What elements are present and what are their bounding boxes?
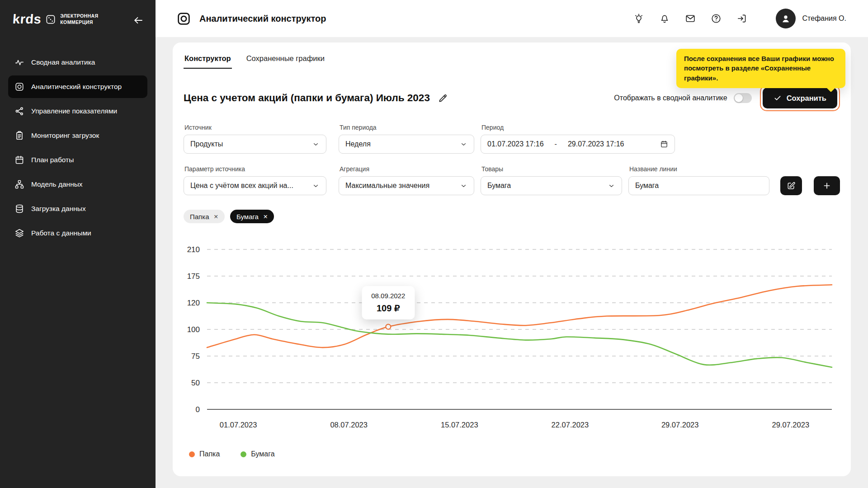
sidebar-item-label: Сводная аналитика (31, 58, 95, 66)
line-name-input[interactable] (628, 176, 769, 195)
chip-Бумага[interactable]: Бумага ✕ (230, 210, 274, 223)
period-to: 29.07.2023 17:16 (568, 140, 624, 148)
period-range-input[interactable]: 01.07.2023 17:16 - 29.07.2023 17:16 (481, 135, 675, 154)
goods-select[interactable]: Бумага (481, 176, 622, 195)
sidebar-item-share[interactable]: Управление показателями (8, 100, 147, 122)
sidebar-item-clipboard[interactable]: Мониторинг загрузок (8, 124, 147, 147)
field-line-name: Название линии (628, 165, 769, 195)
sidebar-item-calendar[interactable]: План работы (8, 149, 147, 171)
plus-icon (822, 181, 831, 190)
layers-icon (14, 228, 24, 238)
sidebar-item-model[interactable]: Модель данных (8, 173, 147, 196)
clipboard-icon (14, 131, 24, 141)
check-icon (774, 94, 782, 102)
sidebar-item-label: План работы (31, 156, 74, 164)
database-icon (14, 204, 24, 214)
dice-icon (45, 14, 56, 25)
svg-text:210: 210 (187, 245, 200, 254)
arrow-left-icon (133, 15, 145, 26)
logo-subtitle: ЭЛЕКТРОННАЯ КОММЕРЦИЯ (60, 13, 98, 25)
chip-remove-icon[interactable]: ✕ (263, 213, 268, 220)
chart-area[interactable]: 0507510012017521001.07.202308.07.202315.… (184, 236, 840, 438)
calendar-icon (660, 140, 668, 148)
add-line-button[interactable] (814, 176, 840, 195)
period-separator: - (555, 140, 557, 148)
chart-title-block: Цена с учетом акций (папки и бумага) Июл… (184, 92, 449, 104)
svg-text:175: 175 (187, 272, 200, 281)
chips: Папка ✕ Бумага ✕ (184, 210, 840, 223)
chevron-down-icon (608, 182, 615, 190)
field-label: Источник (184, 124, 326, 131)
svg-text:75: 75 (191, 352, 200, 361)
source-param-select[interactable]: Цена с учётом всех акций на... (184, 176, 326, 195)
filter-row-1: Источник Продукты Тип периода Неделя (184, 124, 840, 154)
svg-text:29.07.2023: 29.07.2023 (772, 421, 810, 429)
source-select[interactable]: Продукты (184, 135, 326, 154)
legend-item-Папка[interactable]: Папка (189, 450, 220, 458)
svg-text:15.07.2023: 15.07.2023 (441, 421, 478, 429)
tab-1[interactable]: Сохраненные графики (245, 53, 326, 69)
chart-title: Цена с учетом акций (папки и бумага) Июл… (184, 92, 430, 104)
field-period-type: Тип периода Неделя (339, 124, 474, 154)
chevron-down-icon (460, 141, 467, 148)
aggregation-select[interactable]: Максимальные значения (339, 176, 474, 195)
logo-brand: krds (12, 12, 42, 27)
legend-label: Папка (199, 450, 220, 458)
sidebar-item-label: Управление показателями (31, 107, 117, 115)
svg-text:01.07.2023: 01.07.2023 (220, 421, 257, 429)
constructor-card: После сохранения все Ваши графики можно … (173, 42, 851, 476)
chevron-down-icon (460, 182, 467, 190)
title-row: Цена с учетом акций (папки и бумага) Июл… (184, 85, 840, 111)
whats-new-button[interactable] (633, 13, 644, 24)
edit-title-button[interactable] (438, 92, 449, 104)
svg-text:0: 0 (196, 405, 200, 414)
avatar (776, 9, 796, 28)
field-label: Параметр источника (184, 165, 326, 173)
pencil-icon (438, 93, 449, 103)
field-goods: Товары Бумага (481, 165, 622, 195)
notifications-button[interactable] (659, 13, 670, 24)
svg-text:50: 50 (191, 379, 200, 387)
chevron-down-icon (312, 141, 320, 148)
chart-legend: Папка Бумага (189, 450, 840, 458)
svg-text:29.07.2023: 29.07.2023 (661, 421, 699, 429)
chip-Папка[interactable]: Папка ✕ (184, 210, 225, 223)
sidebar-item-label: Мониторинг загрузок (31, 131, 99, 140)
sidebar-collapse-button[interactable] (133, 14, 145, 26)
sidebar-item-label: Работа с данными (31, 229, 91, 237)
save-button[interactable]: Сохранить (763, 88, 837, 108)
summary-toggle-label: Отображать в сводной аналитике (614, 94, 727, 102)
messages-button[interactable] (685, 13, 696, 24)
sidebar-item-pulse[interactable]: Сводная аналитика (8, 51, 147, 74)
app-root: krds ЭЛЕКТРОННАЯ КОММЕРЦИЯ Сводная анали… (0, 0, 868, 488)
sidebar-nav: Сводная аналитика Аналитический конструк… (0, 51, 156, 244)
sidebar-item-label: Загрузка данных (31, 205, 86, 213)
user-menu[interactable]: Стефания О. (776, 9, 846, 28)
pencil-square-icon (787, 181, 796, 190)
save-hint-callout: После сохранения все Ваши графики можно … (676, 49, 845, 88)
question-icon (711, 13, 722, 24)
svg-text:08.07.2023: 08.07.2023 (330, 421, 368, 429)
sidebar-item-constructor-mark[interactable]: Аналитический конструктор (8, 75, 147, 98)
summary-toggle[interactable] (734, 93, 752, 103)
constructor-mark-icon (176, 11, 191, 26)
field-source-param: Параметр источника Цена с учётом всех ак… (184, 165, 326, 195)
share-icon (14, 106, 24, 116)
main-area: Аналитический конструктор (156, 0, 868, 488)
help-button[interactable] (711, 13, 722, 24)
edit-line-button[interactable] (780, 176, 802, 195)
sidebar-item-label: Аналитический конструктор (31, 83, 122, 91)
legend-item-Бумага[interactable]: Бумага (241, 450, 274, 458)
lamp-icon (633, 13, 644, 24)
bell-icon (659, 13, 670, 24)
field-label: Товары (481, 165, 622, 173)
chip-remove-icon[interactable]: ✕ (213, 213, 218, 220)
sidebar-item-layers[interactable]: Работа с данными (8, 222, 147, 244)
svg-text:100: 100 (187, 325, 200, 334)
tab-0[interactable]: Конструктор (184, 53, 232, 69)
field-source: Источник Продукты (184, 124, 326, 154)
period-type-select[interactable]: Неделя (339, 135, 474, 154)
sidebar-item-database[interactable]: Загрузка данных (8, 197, 147, 220)
logout-button[interactable] (736, 13, 747, 24)
logout-icon (736, 13, 747, 24)
